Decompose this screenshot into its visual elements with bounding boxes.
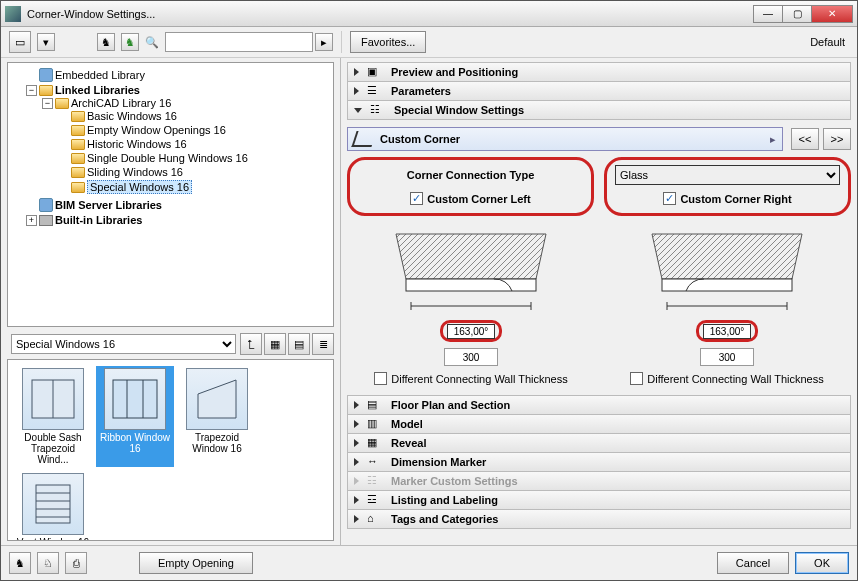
empty-opening-label: Empty Opening	[158, 557, 234, 569]
window-preview-icon	[22, 368, 84, 430]
tree-item[interactable]: Linked Libraries	[55, 84, 140, 96]
section-floor-plan[interactable]: ▤Floor Plan and Section	[347, 395, 851, 415]
search-input[interactable]	[165, 32, 313, 52]
tree-item-selected[interactable]: Special Windows 16	[87, 180, 192, 194]
corner-icon	[351, 131, 376, 147]
angle-left-field[interactable]: 163,00°	[447, 324, 496, 339]
prev-button[interactable]: <<	[791, 128, 819, 150]
folder-icon	[71, 153, 85, 164]
section-dimension-marker[interactable]: ↔Dimension Marker	[347, 452, 851, 472]
section-icon: ☲	[367, 493, 383, 507]
diff-wall-left-checkbox[interactable]: ✓	[374, 372, 387, 385]
section-title: Listing and Labeling	[391, 494, 498, 506]
cancel-button[interactable]: Cancel	[717, 552, 789, 574]
ok-button[interactable]: OK	[795, 552, 849, 574]
tree-item[interactable]: Single Double Hung Windows 16	[87, 152, 248, 164]
custom-corner-left-checkbox[interactable]: ✓	[410, 192, 423, 205]
section-reveal[interactable]: ▦Reveal	[347, 433, 851, 453]
thumbnail-label: Trapezoid Window 16	[180, 432, 254, 454]
favorites-button[interactable]: Favorites...	[350, 31, 426, 53]
collapse-icon[interactable]: −	[42, 98, 53, 109]
section-title: Floor Plan and Section	[391, 399, 510, 411]
svg-rect-12	[406, 279, 536, 291]
thumbnail-item[interactable]: Vent Window 16	[14, 471, 92, 541]
folder-icon	[71, 111, 85, 122]
breadcrumb-select[interactable]: Special Windows 16	[11, 334, 236, 354]
triangle-down-icon	[354, 108, 362, 113]
angle-right-field[interactable]: 163,00°	[703, 324, 752, 339]
window-preview-icon	[22, 473, 84, 535]
tree-item[interactable]: Empty Window Openings 16	[87, 124, 226, 136]
custom-corner-right-checkbox[interactable]: ✓	[663, 192, 676, 205]
minimize-button[interactable]: —	[753, 5, 783, 23]
favorites-label: Favorites...	[361, 36, 415, 48]
tree-item[interactable]: BIM Server Libraries	[55, 199, 162, 211]
folder-icon	[55, 98, 69, 109]
thumbnail-label: Vent Window 16	[17, 537, 89, 541]
tree-item[interactable]: ArchiCAD Library 16	[71, 97, 171, 109]
layout-dropdown-icon[interactable]: ▾	[37, 33, 55, 51]
dimension-right-field[interactable]	[700, 348, 754, 366]
view-list-button[interactable]: ≣	[312, 333, 334, 355]
section-title: Special Window Settings	[394, 104, 524, 116]
custom-corner-right-group: Glass ✓ Custom Corner Right	[604, 157, 851, 216]
svg-marker-11	[396, 234, 546, 279]
section-title: Marker Custom Settings	[391, 475, 518, 487]
corner-diagram-right	[642, 224, 812, 314]
section-preview-positioning[interactable]: ▣Preview and Positioning	[347, 62, 851, 82]
empty-opening-button[interactable]: Empty Opening	[139, 552, 253, 574]
window-title: Corner-Window Settings...	[27, 8, 754, 20]
section-title: Dimension Marker	[391, 456, 486, 468]
drive-icon	[39, 215, 53, 226]
chair-icon[interactable]: ♞	[97, 33, 115, 51]
dimension-left-field[interactable]	[444, 348, 498, 366]
custom-corner-tab[interactable]: Custom Corner ▸	[347, 127, 783, 151]
thumbnail-grid: Double Sash Trapezoid Wind... Ribbon Win…	[7, 359, 334, 541]
folder-icon	[71, 125, 85, 136]
diff-wall-right-checkbox[interactable]: ✓	[630, 372, 643, 385]
maximize-button[interactable]: ▢	[782, 5, 812, 23]
section-icon: ☰	[367, 84, 383, 98]
search-icon: 🔍	[145, 36, 159, 49]
next-button[interactable]: >>	[823, 128, 851, 150]
tree-item[interactable]: Built-in Libraries	[55, 214, 142, 226]
close-button[interactable]: ✕	[811, 5, 853, 23]
tree-item[interactable]: Embedded Library	[55, 69, 145, 81]
collapse-icon[interactable]: −	[26, 85, 37, 96]
view-small-icons-button[interactable]: ▤	[288, 333, 310, 355]
tab-menu-icon[interactable]: ▸	[770, 133, 776, 146]
svg-marker-5	[198, 380, 236, 418]
ok-label: OK	[814, 557, 830, 569]
thumbnail-item-selected[interactable]: Ribbon Window 16	[96, 366, 174, 467]
footer-icon-1[interactable]: ♞	[9, 552, 31, 574]
section-title: Parameters	[391, 85, 451, 97]
glass-select[interactable]: Glass	[615, 165, 840, 185]
tree-item[interactable]: Historic Windows 16	[87, 138, 187, 150]
up-folder-button[interactable]: ⮤	[240, 333, 262, 355]
svg-rect-17	[662, 279, 792, 291]
thumbnail-item[interactable]: Trapezoid Window 16	[178, 366, 256, 467]
section-parameters[interactable]: ☰Parameters	[347, 81, 851, 101]
chair-green-icon[interactable]: ♞	[121, 33, 139, 51]
thumbnail-item[interactable]: Double Sash Trapezoid Wind...	[14, 366, 92, 467]
section-tags-categories[interactable]: ⌂Tags and Categories	[347, 509, 851, 529]
section-icon: ☷	[367, 474, 383, 488]
library-tree[interactable]: Embedded Library −Linked Libraries −Arch…	[7, 62, 334, 327]
tree-item[interactable]: Sliding Windows 16	[87, 166, 183, 178]
search-go-icon[interactable]: ▸	[315, 33, 333, 51]
section-listing-labeling[interactable]: ☲Listing and Labeling	[347, 490, 851, 510]
layout-toggle-button[interactable]: ▭	[9, 31, 31, 53]
view-large-icons-button[interactable]: ▦	[264, 333, 286, 355]
triangle-right-icon	[354, 87, 359, 95]
footer-icon-3[interactable]: ⎙	[65, 552, 87, 574]
section-special-window-settings[interactable]: ☷Special Window Settings	[347, 100, 851, 120]
section-icon: ▥	[367, 417, 383, 431]
footer-icon-2[interactable]: ♘	[37, 552, 59, 574]
expand-icon[interactable]: +	[26, 215, 37, 226]
custom-corner-right-label: Custom Corner Right	[680, 193, 791, 205]
section-title: Model	[391, 418, 423, 430]
section-icon: ▦	[367, 436, 383, 450]
triangle-right-icon	[354, 401, 359, 409]
section-model[interactable]: ▥Model	[347, 414, 851, 434]
tree-item[interactable]: Basic Windows 16	[87, 110, 177, 122]
